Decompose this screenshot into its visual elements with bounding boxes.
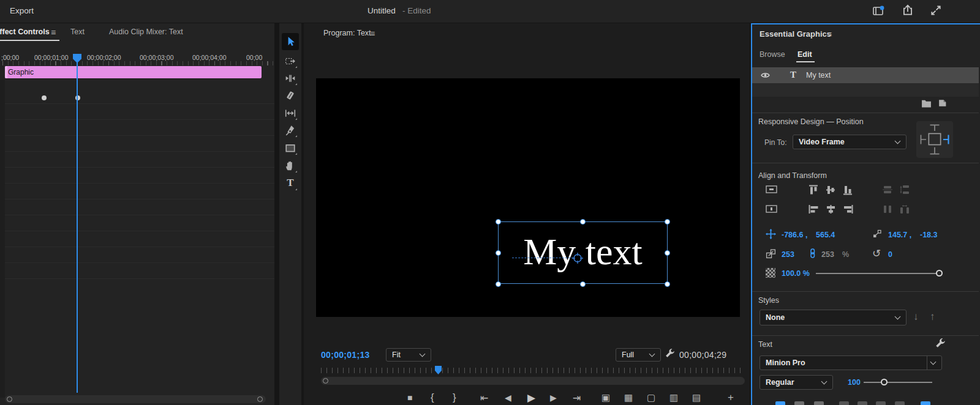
align-top-icon[interactable] <box>809 185 818 195</box>
align-right-icon[interactable] <box>843 204 853 214</box>
selection-handle[interactable] <box>496 250 501 256</box>
playback-resolution-select[interactable]: Full <box>616 348 661 362</box>
lift-button[interactable]: ▣ <box>601 392 610 403</box>
distribute-vertical-spacing-icon[interactable] <box>899 185 910 195</box>
opacity-value[interactable]: 100.0 % <box>782 269 810 278</box>
add-button[interactable]: + <box>728 392 734 404</box>
distribute-horizontal-spacing-icon[interactable] <box>899 204 910 214</box>
text-align-right-button[interactable] <box>814 401 824 405</box>
stop-button[interactable]: ■ <box>407 393 412 403</box>
layer-row-selected[interactable]: T My text <box>752 67 979 83</box>
text-option-button[interactable] <box>921 401 930 405</box>
comparison-view-button[interactable]: ▥ <box>669 392 678 403</box>
font-size-slider[interactable] <box>864 382 932 383</box>
selection-handle[interactable] <box>580 281 586 287</box>
program-panel-menu-icon[interactable]: ≡ <box>370 29 375 38</box>
zoom-handle-right[interactable] <box>257 396 263 402</box>
align-bottom-icon[interactable] <box>843 185 853 195</box>
align-horizontal-center-icon[interactable] <box>826 204 836 214</box>
scrollbar-handle-left[interactable] <box>323 378 328 384</box>
video-canvas[interactable]: My text <box>316 78 740 317</box>
selection-tool[interactable] <box>282 33 299 50</box>
new-layer-icon[interactable] <box>938 98 947 108</box>
program-tab[interactable]: Program: Text <box>323 29 371 37</box>
go-to-in-button[interactable]: ⇤ <box>480 392 488 404</box>
anchor-x-value[interactable]: 145.7 , <box>888 231 911 239</box>
tab-audio-clip-mixer[interactable]: Audio Clip Mixer: Text <box>109 28 183 36</box>
rotation-value[interactable]: 0 <box>888 250 892 259</box>
text-align-justify-button[interactable] <box>839 401 849 405</box>
font-family-select[interactable]: Minion Pro <box>760 355 942 370</box>
font-style-select[interactable]: Regular <box>760 375 833 390</box>
position-y-value[interactable]: 565.4 <box>816 231 835 239</box>
workspace-icon[interactable] <box>872 5 884 17</box>
text-align-center-button[interactable] <box>794 401 804 405</box>
razor-tool[interactable] <box>285 90 296 101</box>
hand-tool[interactable] <box>285 160 296 171</box>
opacity-slider[interactable] <box>816 273 942 274</box>
current-timecode[interactable]: 00;00;01;13 <box>321 350 370 360</box>
panel-menu-icon[interactable]: ≡ <box>51 28 56 37</box>
settings-wrench-icon[interactable] <box>665 348 675 359</box>
anchor-y-value[interactable]: -18.3 <box>920 231 938 239</box>
new-folder-icon[interactable] <box>921 99 932 108</box>
anchor-point-icon[interactable] <box>571 252 584 264</box>
mark-in-button[interactable]: { <box>431 392 434 404</box>
slip-tool[interactable] <box>285 108 296 119</box>
tab-text[interactable]: Text <box>70 28 85 36</box>
tab-browse[interactable]: Browse <box>760 50 785 59</box>
tab-edit[interactable]: Edit <box>797 50 812 59</box>
text-align-button[interactable] <box>876 401 886 405</box>
font-size-slider-handle[interactable] <box>881 379 888 385</box>
tab-effect-controls[interactable]: Effect Controls <box>0 28 50 36</box>
center-horizontally-in-frame-icon[interactable] <box>766 185 777 194</box>
step-forward-button[interactable]: ▶ <box>550 393 557 403</box>
ripple-edit-tool[interactable] <box>285 73 296 84</box>
text-settings-wrench-icon[interactable] <box>935 338 946 349</box>
play-button[interactable]: ▶ <box>527 392 535 404</box>
panel-menu-icon[interactable]: ≡ <box>827 30 832 39</box>
selection-handle[interactable] <box>496 219 501 225</box>
text-align-button[interactable] <box>858 401 867 405</box>
fullscreen-icon[interactable] <box>930 4 942 17</box>
selection-handle[interactable] <box>580 219 586 225</box>
layer-name[interactable]: My text <box>806 71 831 80</box>
position-x-value[interactable]: -786.6 , <box>782 231 807 239</box>
scale-x-value[interactable]: 253 <box>782 250 794 259</box>
zoom-handle-left[interactable] <box>7 396 12 402</box>
program-scrubber[interactable] <box>321 368 745 373</box>
export-menu[interactable]: Export <box>10 6 34 15</box>
program-scrollbar[interactable] <box>321 377 745 385</box>
pen-tool[interactable] <box>285 125 296 136</box>
selection-handle[interactable] <box>665 219 670 225</box>
insert-button[interactable]: ▤ <box>692 392 701 403</box>
align-vertical-center-icon[interactable] <box>826 185 835 195</box>
export-frame-button[interactable]: ▢ <box>647 392 655 403</box>
step-back-button[interactable]: ◀ <box>505 393 511 403</box>
go-to-out-button[interactable]: ⇥ <box>573 392 581 404</box>
keyframe-dot[interactable] <box>42 95 47 100</box>
rectangle-tool[interactable] <box>285 143 296 154</box>
timeline-zoom-scrollbar[interactable] <box>5 395 266 403</box>
layer-visibility-eye-icon[interactable] <box>761 72 770 79</box>
selection-handle[interactable] <box>665 250 670 256</box>
align-left-icon[interactable] <box>809 204 819 214</box>
selection-handle[interactable] <box>665 281 670 287</box>
font-size-value[interactable]: 100 <box>848 378 861 387</box>
sync-style-up-icon[interactable]: ↑ <box>930 311 935 323</box>
distribute-vertically-icon[interactable] <box>882 185 893 195</box>
push-style-down-icon[interactable]: ↓ <box>913 311 919 323</box>
distribute-horizontally-icon[interactable] <box>882 204 893 214</box>
mark-out-button[interactable]: } <box>453 392 456 404</box>
pin-to-select[interactable]: Video Frame <box>793 135 907 149</box>
opacity-slider-handle[interactable] <box>936 270 943 277</box>
track-select-forward-tool[interactable] <box>285 56 296 67</box>
zoom-level-select[interactable]: Fit <box>386 348 431 362</box>
graphic-clip-bar[interactable]: Graphic <box>5 66 262 78</box>
selection-handle[interactable] <box>496 281 501 287</box>
link-scale-icon[interactable] <box>809 248 816 258</box>
share-icon[interactable] <box>902 4 914 17</box>
text-align-left-button[interactable] <box>775 401 785 405</box>
extract-button[interactable]: ▦ <box>624 392 633 403</box>
type-tool[interactable]: T <box>285 177 296 189</box>
